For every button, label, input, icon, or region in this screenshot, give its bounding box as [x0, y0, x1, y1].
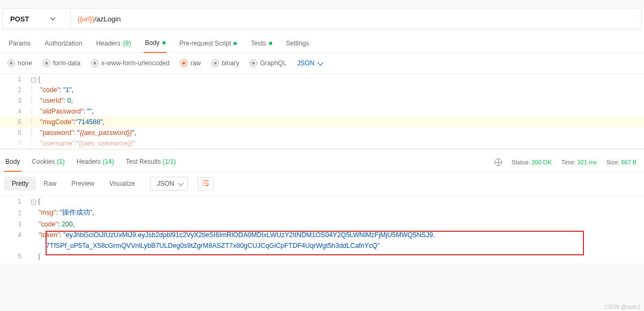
view-raw[interactable]: Raw [36, 177, 64, 191]
tab-headers[interactable]: Headers (9) [95, 36, 132, 52]
radio-binary[interactable]: binary [212, 59, 239, 67]
resp-tab-headers[interactable]: Headers (14) [76, 156, 115, 171]
dot-icon [269, 42, 272, 45]
radio-formdata[interactable]: form-data [43, 59, 80, 67]
tab-authorization[interactable]: Authorization [43, 36, 83, 52]
radio-graphql[interactable]: GraphQL [250, 59, 286, 67]
globe-icon[interactable] [495, 158, 502, 166]
radio-none[interactable]: none [8, 59, 32, 67]
resp-tab-tests[interactable]: Test Results (1/1) [125, 156, 177, 171]
body-format-select[interactable]: JSON [297, 59, 323, 67]
tab-settings[interactable]: Settings [285, 36, 310, 52]
resp-tab-body[interactable]: Body [4, 156, 21, 172]
response-format-select[interactable]: JSON [150, 177, 188, 191]
response-view-row: Pretty Raw Preview Visualize JSON [0, 172, 644, 196]
view-pretty[interactable]: Pretty [4, 177, 36, 191]
tab-prerequest[interactable]: Pre-request Script [178, 36, 238, 52]
response-status: Status: 200 OK Time: 321 ms Size: 667 B [495, 158, 636, 169]
tab-params[interactable]: Params [8, 36, 32, 52]
url-input[interactable]: {{url}}/azLogin [71, 15, 127, 23]
request-bar: POST {{url}}/azLogin [2, 8, 642, 29]
radio-xwww[interactable]: x-www-form-urlencoded [91, 59, 169, 67]
response-tabs: Body Cookies (1) Headers (14) Test Resul… [0, 149, 644, 172]
tab-body[interactable]: Body [144, 36, 166, 53]
method-label: POST [10, 15, 29, 23]
fold-icon[interactable]: - [31, 200, 36, 204]
url-suffix: /azLogin [94, 15, 121, 23]
chevron-down-icon [317, 59, 323, 65]
radio-raw[interactable]: raw [180, 59, 200, 67]
request-body-editor[interactable]: 1-{ 2 "code": "1", 3 "userId": 0, 4 "old… [0, 73, 644, 149]
dot-icon [162, 41, 166, 44]
resp-tab-cookies[interactable]: Cookies (1) [31, 156, 65, 171]
chevron-down-icon [178, 180, 183, 186]
url-variable: {{url}} [77, 15, 94, 23]
wrap-lines-button[interactable] [198, 177, 214, 191]
request-tabs: Params Authorization Headers (9) Body Pr… [0, 29, 644, 53]
chevron-down-icon [50, 16, 56, 21]
view-preview[interactable]: Preview [64, 177, 102, 191]
dot-icon [234, 42, 237, 45]
body-type-row: none form-data x-www-form-urlencoded raw… [0, 53, 644, 73]
response-body-editor[interactable]: 1-{ 2 "msg": "操作成功", 3 "code": 200, 4 "t… [0, 196, 644, 264]
tab-tests[interactable]: Tests [250, 36, 273, 52]
method-select[interactable]: POST [3, 15, 70, 23]
fold-icon[interactable]: - [31, 78, 36, 82]
view-visualize[interactable]: Visualize [102, 177, 143, 191]
